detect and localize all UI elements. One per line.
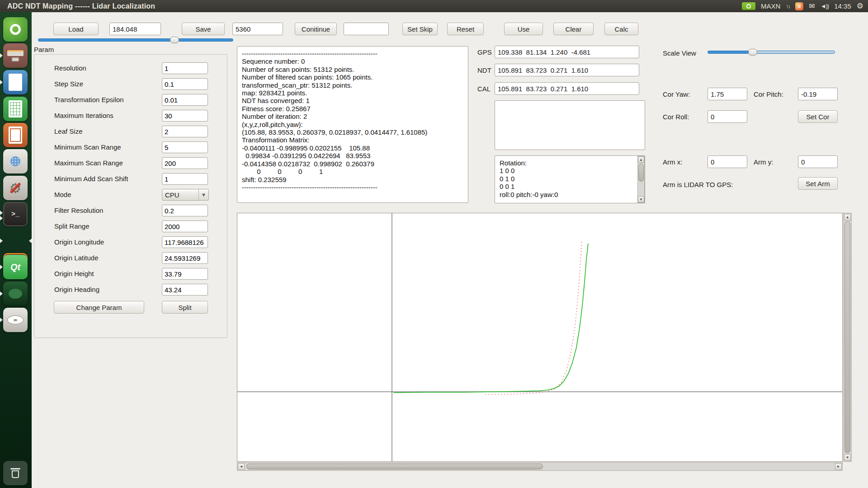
reset-button[interactable]: Reset [447,23,484,35]
ubuntu-software-icon[interactable] [3,149,28,174]
arm-y-input[interactable] [798,155,838,168]
param-input-split-range[interactable] [162,221,208,232]
use-button[interactable]: Use [504,23,543,35]
scroll-right-icon[interactable]: ► [835,463,842,470]
param-input-origin-heading[interactable] [162,284,208,296]
rotation-scrollbar[interactable]: ▲ ▼ [637,156,645,203]
scroll-down-icon[interactable]: ▼ [844,454,851,461]
continue-button[interactable]: Conitinue [295,23,337,35]
input-method-icon[interactable]: # [795,2,803,10]
param-label-max-scan-range: Maximum Scan Range [54,157,123,169]
slide-glyph [9,127,22,144]
cor-yaw-input[interactable] [708,88,747,100]
rotation-box[interactable]: Rotation: 1 0 0 0 1 0 0 0 1 roll:0 pitch… [495,155,645,203]
log-line: (105.88, 83.9553, 0.260379, 0.0218937, 0… [242,128,463,136]
change-param-button[interactable]: Change Param [54,301,144,314]
param-input-leaf-size[interactable] [162,126,208,137]
load-button[interactable]: Load [53,23,99,35]
split-button[interactable]: Split [162,301,208,314]
arm-x-input[interactable] [708,155,747,168]
param-input-max-iterations[interactable] [162,110,208,122]
libreoffice-impress-icon[interactable] [3,123,28,147]
param-label-origin-longitude: Origin Longitude [54,236,104,248]
cal-value-input[interactable] [495,82,639,95]
disk-utility-icon[interactable] [3,308,28,332]
updown-arrows-icon[interactable]: ↑↓ [786,3,790,9]
running-indicator [0,239,3,243]
rotation-scrollbar-thumb[interactable] [638,164,644,182]
file-archive-icon[interactable] [3,43,28,68]
set-cor-button[interactable]: Set Cor [798,110,838,123]
param-input-origin-longitude[interactable] [162,236,208,248]
ubuntu-dash-icon[interactable] [3,17,28,42]
gps-value-input[interactable] [495,46,639,58]
scale-view-slider[interactable] [708,51,835,54]
qt-creator-icon[interactable]: Qt [3,255,28,279]
log-output[interactable]: ----------------------------------------… [237,46,468,203]
red-trajectory [484,242,582,394]
plot-vertical-scrollbar[interactable]: ▲ ▼ [843,213,852,462]
running-indicator [0,318,3,322]
trajectory-plot[interactable] [237,213,843,462]
scroll-up-icon[interactable]: ▲ [638,156,644,163]
trash-body-glyph [12,470,19,478]
param-label-leaf-size: Leaf Size [54,126,83,137]
continue-value-input[interactable] [344,23,389,35]
libreoffice-writer-icon[interactable] [3,70,28,94]
clock[interactable]: 14:35 [834,2,851,10]
plot-vscroll-thumb[interactable] [844,221,850,453]
rotation-line: 0 1 0 [500,175,634,183]
terminal-icon[interactable]: >_ [3,202,28,226]
param-input-filter-resolution[interactable] [162,205,208,216]
cal-label: CAL [477,85,491,93]
scale-view-slider-handle[interactable] [748,49,757,56]
sequence-slider[interactable] [38,38,233,42]
green-app-icon[interactable] [3,282,28,306]
param-input-min-scan-range[interactable] [162,141,208,153]
log-line: Number of filtered scan points: 1065 poi… [242,73,463,81]
mode-dropdown[interactable]: CPU ▼ [162,189,209,201]
scroll-down-icon[interactable]: ▼ [638,196,644,202]
plot-canvas[interactable] [237,213,842,461]
cor-pitch-input[interactable] [798,88,838,100]
save-button[interactable]: Save [182,23,225,35]
running-indicator [0,216,3,221]
sequence-slider-handle[interactable] [170,37,179,43]
param-input-trans-epsilon[interactable] [162,94,208,106]
mail-icon[interactable]: ✉ [809,2,815,10]
param-input-min-add-scan-shift[interactable] [162,173,208,185]
chevron-down-icon: ▼ [198,189,208,200]
arm-note-label: Arm is LIDAR TO GPS: [663,181,733,188]
system-settings-icon[interactable]: ⚙ [3,176,28,200]
scroll-left-icon[interactable]: ◄ [238,463,245,470]
load-value-input[interactable] [109,23,161,35]
ndt-value-input[interactable] [495,64,639,76]
trash-icon[interactable] [3,461,28,485]
scale-view-slider-rest [753,51,835,53]
param-group-title: Param [34,46,54,53]
log-line: -0.0414358 0.0218732 0.998902 0.260379 [242,160,463,168]
param-input-resolution[interactable] [162,62,208,74]
session-gear-icon[interactable]: ⚙ [857,1,863,11]
libreoffice-calc-icon[interactable] [3,97,28,121]
plot-hscroll-thumb[interactable] [246,464,543,469]
empty-info-box[interactable] [495,100,645,150]
save-value-input[interactable] [232,23,283,35]
ubuntu-ring-glyph [10,24,21,35]
calc-button[interactable]: Calc [604,23,638,35]
param-input-step-size[interactable] [162,78,208,90]
volume-icon[interactable]: ◄)) [821,3,829,9]
cor-yaw-label: Cor Yaw: [663,90,690,98]
cor-roll-label: Cor Roll: [663,113,689,121]
log-line: shift: 0.232559 [242,176,463,183]
nvidia-icon[interactable] [742,2,755,10]
cor-roll-input[interactable] [708,110,747,123]
set-skip-button[interactable]: Set Skip [402,23,438,35]
param-input-max-scan-range[interactable] [162,157,208,169]
scroll-up-icon[interactable]: ▲ [844,214,851,221]
set-arm-button[interactable]: Set Arm [798,177,838,190]
plot-horizontal-scrollbar[interactable]: ◄ ► [237,462,843,471]
param-input-origin-height[interactable] [162,268,208,280]
clear-button[interactable]: Clear [553,23,594,35]
param-input-origin-latitude[interactable] [162,252,208,264]
